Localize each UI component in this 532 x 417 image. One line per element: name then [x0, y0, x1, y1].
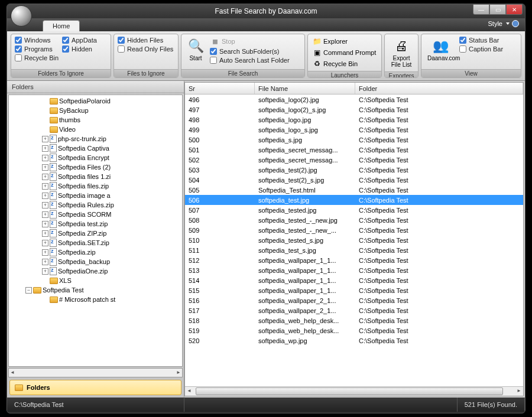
table-row[interactable]: 502softpedia_secret_messag...C:\Softpedi…	[185, 155, 523, 165]
tree-item[interactable]: +Softpedia ZIP.zip	[9, 229, 182, 238]
col-filename[interactable]: File Name	[255, 83, 355, 94]
expand-icon[interactable]: +	[42, 174, 48, 180]
expand-icon[interactable]: +	[42, 155, 48, 161]
table-row[interactable]: 506softpedia_test.jpgC:\Softpedia Test	[185, 195, 523, 205]
scrollbar-thumb[interactable]	[196, 387, 503, 395]
tab-home[interactable]: Home	[43, 20, 80, 31]
expand-icon[interactable]: +	[42, 268, 48, 275]
table-row[interactable]: 504softpedia_test(2)_s.jpgC:\Softpedia T…	[185, 175, 523, 185]
table-row[interactable]: 512softpedia_wallpaper_1_1...C:\Softpedi…	[185, 255, 523, 265]
tree-item[interactable]: +Softpedia files 1.zi	[9, 172, 182, 181]
start-search-button[interactable]: 🔍 Start	[185, 37, 206, 63]
table-row[interactable]: 508softpedia_tested_-_new.jpgC:\Softpedi…	[185, 215, 523, 225]
expand-icon[interactable]: +	[42, 202, 48, 209]
stop-search-button[interactable]: ◼Stop	[210, 37, 290, 46]
tree-item[interactable]: +SoftpediaOne.zip	[9, 266, 182, 276]
tree-item[interactable]: +Softpedia Rules.zip	[9, 200, 182, 210]
daanav-link-button[interactable]: 👥 Daanav.com	[425, 37, 456, 63]
table-row[interactable]: 498softpedia_logo.jpgC:\Softpedia Test	[185, 115, 523, 125]
expand-icon[interactable]: +	[42, 259, 48, 265]
table-row[interactable]: 499softpedia_logo_s.jpgC:\Softpedia Test	[185, 125, 523, 135]
titlebar[interactable]: Fast File Search by Daanav.com — ▭ ✕	[7, 4, 525, 18]
table-row[interactable]: 511softpedia_test_s.jpgC:\Softpedia Test	[185, 245, 523, 255]
tree-item[interactable]: −Softpedia Test	[9, 285, 182, 295]
maximize-button[interactable]: ▭	[489, 4, 506, 15]
table-row[interactable]: 519softpedia_web_help_desk...C:\Softpedi…	[185, 325, 523, 335]
tree-item[interactable]: thumbs	[9, 115, 182, 125]
table-row[interactable]: 507softpedia_tested.jpgC:\Softpedia Test	[185, 205, 523, 215]
tree-item[interactable]: +Softpedia test.zip	[9, 219, 182, 229]
table-row[interactable]: 517softpedia_wallpaper_2_1...C:\Softpedi…	[185, 305, 523, 315]
table-row[interactable]: 496softpedia_logo(2).jpgC:\Softpedia Tes…	[185, 95, 523, 105]
chk-readonly-files[interactable]: Read Only Files	[118, 45, 173, 53]
expand-icon[interactable]: +	[42, 145, 48, 152]
table-row[interactable]: 505Softpedia_Test.htmlC:\Softpedia Test	[185, 185, 523, 195]
open-explorer-button[interactable]: 📁Explorer	[312, 37, 377, 46]
expand-icon[interactable]: +	[42, 136, 48, 142]
tree-item[interactable]: +Softpedia Encrypt	[9, 153, 182, 162]
col-sr[interactable]: Sr	[185, 83, 255, 94]
close-button[interactable]: ✕	[506, 4, 523, 15]
table-row[interactable]: 514softpedia_wallpaper_1_1...C:\Softpedi…	[185, 275, 523, 285]
app-orb-button[interactable]	[11, 5, 32, 27]
chk-status-bar[interactable]: Status Bar	[459, 37, 503, 44]
folder-tree[interactable]: SoftpediaPolaroidSyBackupthumbsVideo+php…	[8, 95, 183, 367]
expand-icon[interactable]: +	[42, 249, 48, 256]
tree-item[interactable]: SyBackup	[9, 106, 182, 115]
chk-recycle-bin[interactable]: Recycle Bin	[15, 54, 59, 61]
export-file-list-button[interactable]: 🖨 Export File List	[388, 37, 414, 69]
expand-icon[interactable]: +	[42, 193, 48, 199]
expand-icon[interactable]: +	[42, 164, 48, 171]
open-recycle-button[interactable]: ♻Recycle Bin	[312, 59, 377, 69]
open-cmd-button[interactable]: ▣Command Prompt	[312, 48, 377, 57]
style-menu[interactable]: Style	[488, 20, 519, 27]
help-icon[interactable]	[512, 20, 519, 27]
expand-icon[interactable]: +	[42, 221, 48, 227]
expand-icon[interactable]: +	[42, 183, 48, 190]
chk-search-subfolders[interactable]: Search SubFolder(s)	[210, 48, 290, 55]
tree-item[interactable]: # Microsoft patch st	[9, 295, 182, 304]
tree-item[interactable]: +Softpedia.zip	[9, 247, 182, 257]
table-row[interactable]: 497softpedia_logo(2)_s.jpgC:\Softpedia T…	[185, 105, 523, 115]
chk-appdata[interactable]: AppData	[62, 37, 97, 44]
expand-icon[interactable]: +	[42, 211, 48, 218]
table-body[interactable]: 496softpedia_logo(2).jpgC:\Softpedia Tes…	[185, 95, 523, 386]
chk-programs[interactable]: Programs	[15, 45, 59, 53]
chk-hidden-folders[interactable]: Hidden	[62, 45, 97, 53]
tree-item[interactable]: Video	[9, 125, 182, 134]
table-row[interactable]: 518softpedia_web_help_desk...C:\Softpedi…	[185, 315, 523, 325]
col-folder[interactable]: Folder	[355, 83, 523, 94]
chk-windows[interactable]: Windows	[15, 37, 59, 44]
table-row[interactable]: 516softpedia_wallpaper_2_1...C:\Softpedi…	[185, 295, 523, 305]
table-row[interactable]: 510softpedia_tested_s.jpgC:\Softpedia Te…	[185, 235, 523, 245]
table-row[interactable]: 500softpedia_s.jpgC:\Softpedia Test	[185, 135, 523, 145]
tree-item[interactable]: +Softpedia.SET.zip	[9, 238, 182, 247]
tree-item[interactable]: +php-src-trunk.zip	[9, 134, 182, 144]
chk-hidden-files[interactable]: Hidden Files	[118, 37, 173, 44]
expand-icon[interactable]: +	[42, 240, 48, 246]
expand-icon[interactable]: +	[42, 230, 48, 237]
cell-fd: C:\Softpedia Test	[355, 317, 523, 324]
table-row[interactable]: 503softpedia_test(2).jpgC:\Softpedia Tes…	[185, 165, 523, 175]
tree-item[interactable]: +Softpedia_backup	[9, 257, 182, 266]
tree-item[interactable]: XLS	[9, 276, 182, 285]
chk-caption-bar[interactable]: Caption Bar	[459, 45, 503, 53]
minimize-button[interactable]: —	[473, 4, 489, 15]
collapse-icon[interactable]: −	[25, 287, 32, 294]
tree-item[interactable]: +Softpedia files.zip	[9, 181, 182, 191]
tree-item[interactable]: +Softpedia image a	[9, 191, 182, 200]
table-row[interactable]: 513softpedia_wallpaper_1_1...C:\Softpedi…	[185, 265, 523, 275]
tree-item[interactable]: SoftpediaPolaroid	[9, 96, 182, 106]
chk-auto-last-folder[interactable]: Auto Search Last Folder	[210, 57, 290, 64]
tree-item[interactable]: +Softpedia Files (2)	[9, 162, 182, 172]
folders-section-button[interactable]: Folders	[9, 380, 181, 395]
table-row[interactable]: 509softpedia_tested_-_new_...C:\Softpedi…	[185, 225, 523, 235]
tree-item[interactable]: +Softpedia Captiva	[9, 144, 182, 153]
tree-item[interactable]: +Softpedia SCORM	[9, 210, 182, 219]
table-h-scrollbar[interactable]	[185, 386, 523, 396]
table-row[interactable]: 515softpedia_wallpaper_1_1...C:\Softpedi…	[185, 285, 523, 295]
tree-h-scrollbar[interactable]	[8, 368, 183, 377]
table-row[interactable]: 520softpedia_wp.jpgC:\Softpedia Test	[185, 335, 523, 346]
zip-icon	[50, 239, 57, 247]
table-row[interactable]: 501softpedia_secret_messag...C:\Softpedi…	[185, 145, 523, 155]
